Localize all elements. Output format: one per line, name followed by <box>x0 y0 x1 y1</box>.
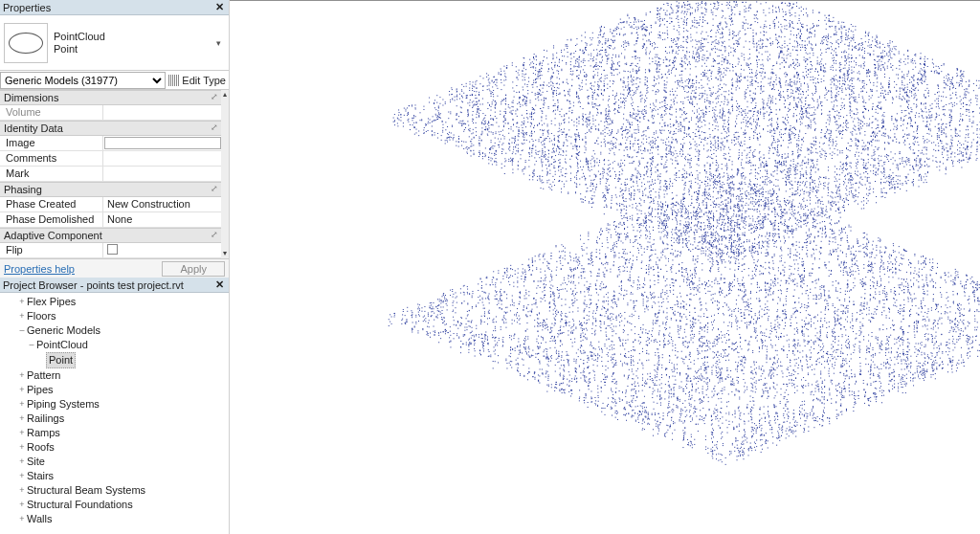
scroll-down-icon[interactable]: ▾ <box>221 249 229 258</box>
tree-item-label: Roofs <box>27 440 55 455</box>
tree-item[interactable]: +Ramps <box>8 426 229 440</box>
apply-button[interactable]: Apply <box>162 261 225 277</box>
property-value[interactable] <box>103 105 222 120</box>
project-browser-header: Project Browser - points test project.rv… <box>0 278 229 293</box>
project-browser-close-icon[interactable]: ✕ <box>212 278 226 292</box>
property-label: Volume <box>0 105 103 120</box>
expand-icon[interactable]: + <box>17 483 27 498</box>
type-thumbnail <box>4 23 48 63</box>
expand-icon[interactable]: + <box>17 498 27 512</box>
property-group-header[interactable]: Adaptive Component⤢ <box>0 228 222 243</box>
property-scrollbar[interactable]: ▴ ▾ <box>221 90 229 258</box>
expand-icon[interactable]: + <box>17 309 27 323</box>
pin-icon[interactable]: ⤢ <box>211 122 218 134</box>
property-label: Flip <box>0 243 103 257</box>
property-row: Phase CreatedNew Construction <box>0 197 222 212</box>
property-value[interactable] <box>104 137 221 149</box>
tree-item[interactable]: +Railings <box>8 412 229 426</box>
property-row: Volume <box>0 105 222 121</box>
expand-icon[interactable]: + <box>17 469 27 483</box>
property-group-header[interactable]: Identity Data⤢ <box>0 121 222 136</box>
project-browser: +Flex Pipes+Floors–Generic Models–PointC… <box>0 293 229 534</box>
property-value[interactable] <box>103 151 222 166</box>
tree-item[interactable]: +Floors <box>8 309 229 323</box>
collapse-icon[interactable]: – <box>17 323 27 338</box>
collapse-icon[interactable]: – <box>27 338 36 352</box>
tree-item-label: Generic Models <box>27 323 100 338</box>
left-column: Properties ✕ PointCloud Point ▾ Generic … <box>0 0 230 534</box>
property-group-header[interactable]: Phasing⤢ <box>0 182 222 197</box>
tree-item[interactable]: +Pattern <box>8 368 229 383</box>
expand-icon[interactable]: + <box>17 455 27 469</box>
tree-item-label: Piping Systems <box>27 397 100 412</box>
tree-item[interactable]: +Structural Beam Systems <box>8 483 229 498</box>
tree-item-label: Point <box>46 352 76 368</box>
type-preview-row[interactable]: PointCloud Point ▾ <box>0 15 229 71</box>
type-name-sub: Point <box>54 43 212 56</box>
tree-item[interactable]: +Roofs <box>8 440 229 455</box>
tree-item-label: Floors <box>27 309 56 323</box>
instance-selector[interactable]: Generic Models (31977) <box>0 72 166 89</box>
edit-type-label: Edit Type <box>182 75 226 86</box>
property-value[interactable]: None <box>103 212 222 227</box>
property-group-title: Identity Data <box>4 122 63 134</box>
instance-selector-row: Generic Models (31977) Edit Type <box>0 71 229 90</box>
property-label: Comments <box>0 151 103 166</box>
property-label: Mark <box>0 167 103 181</box>
properties-title: Properties <box>3 2 51 13</box>
tree-item[interactable]: –Generic Models <box>8 323 229 338</box>
expand-icon[interactable]: + <box>17 383 27 397</box>
property-label: Image <box>0 136 103 150</box>
tree-item-label: Ramps <box>27 426 60 440</box>
tree-item[interactable]: –PointCloud <box>8 338 229 352</box>
tree-item-label: Pattern <box>27 368 60 383</box>
tree-item-label: Pipes <box>27 383 54 397</box>
property-group-header[interactable]: Dimensions⤢ <box>0 90 222 105</box>
expand-icon[interactable]: + <box>17 397 27 412</box>
family-name: PointCloud <box>54 31 212 43</box>
expand-icon[interactable]: + <box>17 412 27 426</box>
properties-footer: Properties help Apply <box>0 258 229 278</box>
property-label: Phase Demolished <box>0 212 103 227</box>
tree-item[interactable]: +Pipes <box>8 383 229 397</box>
tree-item[interactable]: +Stairs <box>8 469 229 483</box>
app-root: Properties ✕ PointCloud Point ▾ Generic … <box>0 0 980 534</box>
properties-close-icon[interactable]: ✕ <box>212 1 226 14</box>
property-grid: Dimensions⤢VolumeIdentity Data⤢ImageComm… <box>0 90 229 258</box>
expand-icon[interactable]: + <box>17 440 27 455</box>
property-row: Phase DemolishedNone <box>0 212 222 228</box>
tree-item[interactable]: +Walls <box>8 512 229 526</box>
property-group-title: Dimensions <box>4 92 58 103</box>
checkbox-icon[interactable] <box>107 244 118 255</box>
scroll-up-icon[interactable]: ▴ <box>221 90 229 100</box>
tree-item[interactable]: +Flex Pipes <box>8 295 229 309</box>
tree-item-label: Flex Pipes <box>27 295 76 309</box>
edit-type-icon <box>168 75 180 86</box>
expand-icon[interactable]: + <box>17 426 27 440</box>
property-group-title: Phasing <box>4 184 42 195</box>
property-row: Flip <box>0 243 222 258</box>
property-value[interactable] <box>103 243 222 257</box>
pin-icon[interactable]: ⤢ <box>211 184 218 195</box>
tree-item[interactable]: Point <box>8 352 229 368</box>
tree-item-label: Site <box>27 455 45 469</box>
viewport-3d[interactable] <box>230 0 980 534</box>
pin-icon[interactable]: ⤢ <box>211 230 218 241</box>
expand-icon[interactable]: + <box>17 512 27 526</box>
property-value[interactable] <box>103 167 222 181</box>
property-row: Image <box>0 136 222 151</box>
project-tree: +Flex Pipes+Floors–Generic Models–PointC… <box>0 293 229 528</box>
type-dropdown-icon[interactable]: ▾ <box>212 36 225 50</box>
expand-icon[interactable]: + <box>17 368 27 383</box>
type-name: PointCloud Point <box>54 31 212 56</box>
pin-icon[interactable]: ⤢ <box>211 92 218 103</box>
expand-icon[interactable]: + <box>17 295 27 309</box>
tree-item[interactable]: +Site <box>8 455 229 469</box>
tree-item-label: PointCloud <box>36 338 88 352</box>
pointcloud-canvas <box>230 1 980 534</box>
edit-type-button[interactable]: Edit Type <box>166 75 229 86</box>
tree-item[interactable]: +Structural Foundations <box>8 498 229 512</box>
properties-help-link[interactable]: Properties help <box>4 263 75 275</box>
tree-item[interactable]: +Piping Systems <box>8 397 229 412</box>
property-value[interactable]: New Construction <box>103 197 222 211</box>
